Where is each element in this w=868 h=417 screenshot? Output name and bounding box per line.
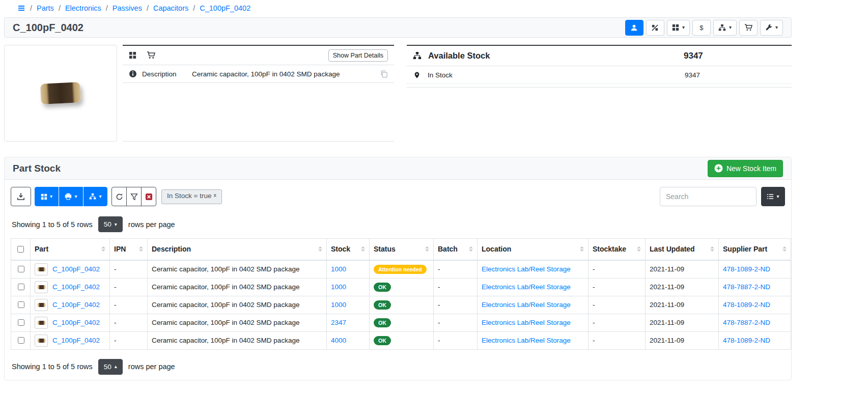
page-size-dropdown[interactable]: 50 ▴ [98, 359, 123, 375]
copy-icon [380, 70, 388, 78]
column-label: Batch [438, 245, 458, 253]
barcode-options-dropdown[interactable]: ▾ [35, 187, 59, 206]
column-header-description[interactable]: Description [148, 239, 327, 260]
qr-actions-dropdown[interactable]: ▾ [667, 20, 690, 36]
supplier-part-link[interactable]: 478-7887-2-ND [723, 319, 770, 326]
row-checkbox[interactable] [18, 337, 24, 344]
remove-filter-icon[interactable]: x [213, 192, 216, 199]
capacitor-image [40, 82, 81, 104]
order-button[interactable] [739, 20, 758, 36]
chevron-up-icon: ▴ [115, 364, 117, 369]
column-header-stock[interactable]: Stock [327, 239, 370, 260]
breadcrumb-link-electronics[interactable]: Electronics [65, 4, 101, 12]
stock-actions-dropdown[interactable]: ▾ [713, 20, 737, 36]
part-thumbnail[interactable] [35, 281, 48, 293]
filter-button[interactable] [126, 187, 142, 206]
table-row: C_100pF_0402 - Ceramic capacitor, 100pF … [11, 296, 791, 314]
cart-icon[interactable] [147, 51, 155, 60]
part-link[interactable]: C_100pF_0402 [52, 301, 100, 309]
sort-icon[interactable] [98, 246, 105, 252]
menu-icon[interactable] [17, 4, 25, 12]
grid-icon[interactable] [129, 51, 136, 59]
sort-icon[interactable] [707, 246, 714, 252]
location-link[interactable]: Electronics Lab/Reel Storage [482, 265, 571, 273]
part-thumbnail[interactable] [35, 317, 48, 329]
stock-link[interactable]: 1000 [331, 301, 346, 309]
row-checkbox[interactable] [18, 319, 24, 326]
location-cell: Electronics Lab/Reel Storage [478, 296, 589, 314]
stock-link[interactable]: 1000 [331, 283, 346, 291]
location-link[interactable]: Electronics Lab/Reel Storage [482, 319, 571, 326]
sort-icon[interactable] [634, 246, 641, 252]
clear-filters-button[interactable] [141, 187, 156, 206]
subscribe-button[interactable] [625, 20, 643, 36]
part-link[interactable]: C_100pF_0402 [52, 283, 100, 291]
column-header-stocktake[interactable]: Stocktake [589, 239, 646, 260]
sort-icon[interactable] [315, 246, 322, 252]
stock-cell: 4000 [327, 331, 370, 349]
supplier-part-link[interactable]: 478-1089-2-ND [723, 265, 770, 273]
filter-chip-in-stock[interactable]: In Stock = true x [161, 189, 222, 204]
supplier-part-link[interactable]: 478-7887-2-ND [723, 283, 770, 291]
supplier-part-link[interactable]: 478-1089-2-ND [723, 337, 770, 344]
barcode-unlink-button[interactable] [646, 20, 664, 36]
table-view-dropdown[interactable]: ▾ [761, 187, 785, 206]
column-header-last-updated[interactable]: Last Updated [646, 239, 719, 260]
sort-icon[interactable] [779, 246, 787, 252]
breadcrumb-link-parts[interactable]: Parts [37, 4, 54, 12]
header-actions: ▾ $ ▾ ▾ [625, 20, 783, 36]
column-header-select [11, 239, 31, 260]
export-button[interactable] [11, 187, 31, 206]
stock-link[interactable]: 2347 [331, 319, 346, 326]
supplier-part-link[interactable]: 478-1089-2-ND [723, 301, 770, 309]
row-checkbox[interactable] [18, 301, 24, 308]
status-badge: OK [374, 300, 391, 310]
sort-icon[interactable] [466, 246, 473, 252]
part-link[interactable]: C_100pF_0402 [52, 319, 100, 326]
row-checkbox[interactable] [18, 266, 24, 272]
part-thumbnail[interactable] [35, 335, 48, 347]
column-header-part[interactable]: Part [31, 239, 110, 260]
breadcrumb-separator: / [30, 4, 32, 12]
page-size-dropdown[interactable]: 50 ▾ [98, 216, 123, 232]
stock-cell: 1000 [327, 260, 370, 279]
location-link[interactable]: Electronics Lab/Reel Storage [482, 283, 571, 291]
part-thumbnail[interactable] [35, 299, 48, 311]
part-link[interactable]: C_100pF_0402 [52, 265, 100, 273]
breadcrumb-link-capacitors[interactable]: Capacitors [153, 4, 188, 12]
new-stock-item-button[interactable]: New Stock Item [708, 160, 783, 177]
sort-icon[interactable] [577, 246, 584, 252]
location-link[interactable]: Electronics Lab/Reel Storage [482, 301, 571, 309]
pricing-button[interactable]: $ [692, 20, 711, 36]
select-all-checkbox[interactable] [17, 246, 24, 253]
part-link[interactable]: C_100pF_0402 [52, 337, 100, 344]
breadcrumb-link-current-part[interactable]: C_100pF_0402 [200, 4, 250, 12]
stock-link[interactable]: 1000 [331, 265, 346, 273]
column-header-location[interactable]: Location [478, 239, 589, 260]
description-cell: Ceramic capacitor, 100pF in 0402 SMD pac… [148, 314, 327, 331]
copy-button[interactable] [380, 70, 388, 78]
refresh-button[interactable] [111, 187, 127, 206]
stock-options-dropdown[interactable]: ▾ [83, 187, 107, 206]
location-cell: Electronics Lab/Reel Storage [478, 278, 589, 296]
filter-buttons-group [111, 187, 156, 206]
breadcrumb-link-passives[interactable]: Passives [113, 4, 142, 12]
part-actions-dropdown[interactable]: ▾ [760, 20, 783, 36]
sort-icon[interactable] [136, 246, 143, 252]
search-input[interactable] [660, 187, 757, 206]
show-part-details-button[interactable]: Show Part Details [328, 49, 388, 62]
part-image[interactable] [4, 45, 117, 142]
status-cell: OK [370, 296, 434, 314]
sort-icon[interactable] [422, 246, 429, 252]
row-checkbox[interactable] [18, 284, 24, 290]
stock-table: Part IPN Description Stock Status Batch … [11, 238, 791, 350]
location-link[interactable]: Electronics Lab/Reel Storage [482, 337, 571, 344]
stock-link[interactable]: 4000 [331, 337, 346, 344]
print-options-dropdown[interactable]: ▾ [59, 187, 83, 206]
column-header-batch[interactable]: Batch [434, 239, 478, 260]
part-thumbnail[interactable] [35, 263, 48, 275]
column-header-status[interactable]: Status [370, 239, 434, 260]
column-header-ipn[interactable]: IPN [110, 239, 148, 260]
sort-icon[interactable] [358, 246, 365, 252]
column-header-supplier-part[interactable]: Supplier Part [719, 239, 791, 260]
